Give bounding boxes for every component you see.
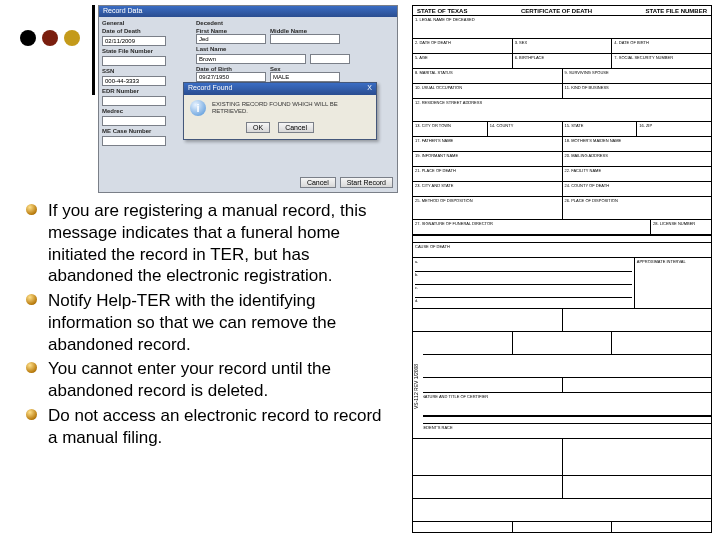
cert-field: 19. INFORMANT NAME	[413, 152, 563, 166]
ssn-label: SSN	[102, 68, 192, 74]
cert-field	[612, 332, 711, 354]
edr-label: EDR Number	[102, 88, 192, 94]
cert-field: 3. SEX	[513, 39, 613, 53]
dod-field[interactable]	[102, 36, 166, 46]
cert-field: 18. MOTHER'S MAIDEN NAME	[563, 137, 712, 151]
last-label: Last Name	[196, 46, 394, 52]
cert-field: 11. KIND OF BUSINESS	[563, 84, 712, 98]
last-field[interactable]	[196, 54, 306, 64]
cert-field: 21. PLACE OF DEATH	[413, 167, 563, 181]
vertical-bar	[92, 5, 95, 95]
decedent-header: Decedent	[196, 20, 394, 26]
bullet-item: If you are registering a manual record, …	[24, 200, 394, 287]
cancel-button[interactable]: Cancel	[300, 177, 336, 188]
cert-field	[413, 332, 513, 354]
cert-field: 15. STATE	[563, 122, 638, 136]
cert-field: 16. ZIP	[637, 122, 711, 136]
cert-cause-line: c.	[415, 284, 632, 290]
sex-field[interactable]	[270, 72, 340, 82]
middle-field[interactable]	[270, 34, 340, 44]
cert-cause-line: d.	[415, 297, 632, 303]
medrec-label: Medrec	[102, 108, 192, 114]
modal-ok-button[interactable]: OK	[246, 122, 270, 133]
dod-label: Date of Death	[102, 28, 192, 34]
cert-field: 22. FACILITY NAME	[563, 167, 712, 181]
cert-field: 17. FATHER'S NAME	[413, 137, 563, 151]
cert-field: 9. SURVIVING SPOUSE	[563, 69, 712, 83]
cert-field: 6. BIRTHPLACE	[513, 54, 613, 68]
cert-field: 2. DATE OF DEATH	[413, 39, 513, 53]
first-field[interactable]	[196, 34, 266, 44]
certificate-of-death: STATE OF TEXAS CERTIFICATE OF DEATH STAT…	[412, 5, 712, 533]
ssn-field[interactable]	[102, 76, 166, 86]
cert-cause-line: a.	[415, 259, 632, 264]
cert-field: 7. SOCIAL SECURITY NUMBER	[612, 54, 711, 68]
sfn-label: State File Number	[102, 48, 192, 54]
cert-head-right: STATE FILE NUMBER	[646, 8, 707, 14]
general-header: General	[102, 20, 192, 26]
cert-field: 14. COUNTY	[488, 122, 563, 136]
cert-field	[413, 378, 563, 392]
mecase-field[interactable]	[102, 136, 166, 146]
cert-field	[563, 309, 712, 331]
modal-title: Record Found	[188, 84, 232, 94]
close-icon[interactable]: X	[367, 84, 372, 94]
cert-head-left: STATE OF TEXAS	[417, 8, 467, 14]
medrec-field[interactable]	[102, 116, 166, 126]
info-icon: i	[190, 100, 206, 116]
record-data-dialog: Record Data General Date of Death State …	[98, 5, 398, 193]
cert-field: 1. LEGAL NAME OF DECEASED	[413, 16, 711, 38]
dob-field[interactable]	[196, 72, 266, 82]
cert-field: 13. CITY OR TOWN	[413, 122, 488, 136]
start-record-button[interactable]: Start Record	[340, 177, 393, 188]
cert-field	[513, 522, 613, 533]
bullet-item: Notify Help-TER with the identifying inf…	[24, 290, 394, 355]
record-found-modal: Record Found X i EXISTING RECORD FOUND W…	[183, 82, 377, 140]
cert-certifier-sig: SIGNATURE AND TITLE OF CERTIFIER	[413, 392, 711, 415]
cert-field: 27. SIGNATURE OF FUNERAL DIRECTOR	[413, 220, 651, 234]
bullet-item: Do not access an electronic record to re…	[24, 405, 394, 449]
cert-race-header: DECEDENT'S RACE	[413, 424, 711, 438]
cert-field	[612, 522, 711, 533]
cert-field: 25. METHOD OF DISPOSITION	[413, 197, 563, 219]
cert-side-label: VS-112 REV 1/2008	[412, 336, 423, 436]
cert-field: 23. CITY AND STATE	[413, 182, 563, 196]
cert-field: APPROXIMATE INTERVAL	[635, 258, 711, 308]
cert-field: 10. USUAL OCCUPATION	[413, 84, 563, 98]
section-break	[413, 415, 711, 423]
dialog-titlebar: Record Data	[99, 6, 397, 17]
cert-field	[563, 439, 712, 475]
cert-field	[413, 499, 711, 521]
cert-field: 5. AGE	[413, 54, 513, 68]
cert-field: 24. COUNTY OF DEATH	[563, 182, 712, 196]
cert-field	[563, 378, 712, 392]
cert-field: 26. PLACE OF DISPOSITION	[563, 197, 712, 219]
cert-field: 8. MARITAL STATUS	[413, 69, 563, 83]
cert-head-mid: CERTIFICATE OF DEATH	[521, 8, 592, 14]
modal-message: EXISTING RECORD FOUND WHICH WILL BE RETR…	[212, 101, 370, 115]
cert-field	[413, 439, 563, 475]
cert-field	[413, 355, 711, 377]
edr-field[interactable]	[102, 96, 166, 106]
cert-field: 4. DATE OF BIRTH	[612, 39, 711, 53]
cert-field	[413, 309, 563, 331]
modal-cancel-button[interactable]: Cancel	[278, 122, 314, 133]
dot-gold	[64, 30, 80, 46]
section-break	[413, 234, 711, 242]
cert-field	[413, 476, 563, 498]
slide-decoration	[20, 30, 80, 46]
cert-field	[563, 476, 712, 498]
bullet-item: You cannot enter your record until the a…	[24, 358, 394, 402]
cert-field: 28. LICENSE NUMBER	[651, 220, 711, 234]
cert-cause-header: CAUSE OF DEATH	[413, 243, 711, 257]
cert-field: 20. MAILING ADDRESS	[563, 152, 712, 166]
cert-field	[513, 332, 613, 354]
dot-black	[20, 30, 36, 46]
cert-field	[413, 522, 513, 533]
sfn-field[interactable]	[102, 56, 166, 66]
dot-red	[42, 30, 58, 46]
suffix-field[interactable]	[310, 54, 350, 64]
cert-cause-line: b.	[415, 271, 632, 277]
cert-field: 12. RESIDENCE STREET ADDRESS	[413, 99, 711, 121]
mecase-label: ME Case Number	[102, 128, 192, 134]
